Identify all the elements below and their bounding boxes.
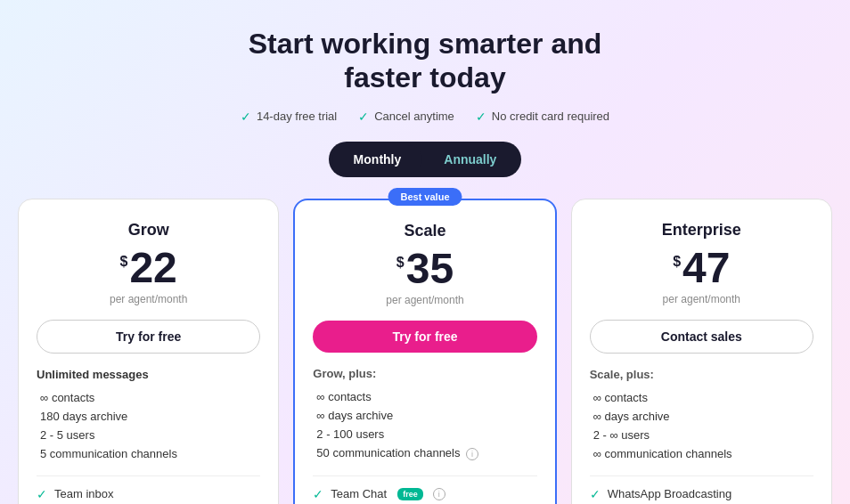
grow-price-amount: 22 — [129, 247, 176, 289]
scale-try-button[interactable]: Try for free — [313, 321, 536, 353]
plans-container: Grow $ 22 per agent/month Try for free U… — [18, 199, 832, 504]
grow-feature-contacts: contacts — [37, 388, 260, 407]
enterprise-plain-features: contacts days archive 2 - ∞ users ∞ comm… — [590, 388, 813, 463]
scale-plan-name: Scale — [313, 222, 536, 240]
free-badge: free — [397, 488, 423, 500]
grow-team-inbox: ✓ Team inbox — [37, 487, 260, 501]
check-icon: ✓ — [358, 110, 369, 124]
best-value-badge: Best value — [388, 188, 462, 206]
grow-plan-name: Grow — [37, 221, 260, 240]
check-icon: ✓ — [590, 487, 601, 501]
info-icon[interactable]: i — [433, 488, 445, 500]
enterprise-feature-users: 2 - ∞ users — [590, 426, 813, 444]
enterprise-feature-channels: ∞ communication channels — [590, 444, 813, 463]
scale-team-chat: ✓ Team Chat free i — [313, 487, 536, 501]
check-icon: ✓ — [476, 110, 486, 124]
billing-toggle[interactable]: Monthly Annually — [329, 142, 522, 177]
check-icon: ✓ — [37, 487, 47, 501]
scale-feature-users: 2 - 100 users — [313, 425, 536, 443]
enterprise-whatsapp-broadcast: ✓ WhatsApp Broadcasting — [590, 487, 813, 501]
perk-free-trial: ✓ 14-day free trial — [241, 110, 337, 124]
perk-no-card: ✓ No credit card required — [476, 110, 609, 124]
scale-feature-channels: 50 communication channels i — [313, 443, 536, 463]
scale-plain-features: contacts days archive 2 - 100 users 50 c… — [313, 387, 536, 463]
scale-section-label: Grow, plus: — [313, 367, 536, 380]
page-title: Start working smarter and faster today — [249, 27, 602, 95]
monthly-toggle-button[interactable]: Monthly — [332, 145, 423, 174]
scale-feature-contacts: contacts — [313, 387, 536, 406]
grow-try-button[interactable]: Try for free — [37, 320, 260, 354]
enterprise-plan-name: Enterprise — [590, 221, 813, 240]
grow-feature-users: 2 - 5 users — [37, 426, 260, 444]
enterprise-plan-card: Enterprise $ 47 per agent/month Contact … — [571, 199, 832, 504]
check-icon: ✓ — [241, 110, 251, 124]
enterprise-price-amount: 47 — [682, 247, 730, 289]
annually-toggle-button[interactable]: Annually — [422, 145, 518, 174]
grow-plain-features: contacts 180 days archive 2 - 5 users 5 … — [37, 388, 260, 463]
scale-price-amount: 35 — [406, 248, 454, 290]
scale-price-dollar: $ — [396, 255, 405, 271]
grow-unlimited-messages: Unlimited messages — [37, 368, 260, 381]
perk-cancel: ✓ Cancel anytime — [358, 110, 454, 124]
enterprise-section-label: Scale, plus: — [590, 368, 813, 381]
grow-price-dollar: $ — [120, 254, 128, 270]
perks-row: ✓ 14-day free trial ✓ Cancel anytime ✓ N… — [241, 110, 609, 124]
enterprise-feature-contacts: contacts — [590, 388, 813, 407]
grow-price-per: per agent/month — [37, 293, 260, 305]
grow-plan-price: $ 22 — [37, 247, 260, 289]
grow-feature-archive: 180 days archive — [37, 407, 260, 426]
enterprise-feature-archive: days archive — [590, 407, 813, 426]
grow-feature-channels: 5 communication channels — [37, 444, 260, 463]
info-icon[interactable]: i — [466, 448, 478, 460]
enterprise-contact-button[interactable]: Contact sales — [590, 320, 813, 354]
check-icon: ✓ — [313, 487, 323, 501]
scale-plan-card: Best value Scale $ 35 per agent/month Tr… — [293, 199, 556, 504]
scale-plan-price: $ 35 — [313, 248, 536, 290]
scale-price-per: per agent/month — [313, 294, 536, 306]
grow-plan-card: Grow $ 22 per agent/month Try for free U… — [18, 199, 279, 504]
enterprise-price-dollar: $ — [673, 254, 681, 270]
enterprise-price-per: per agent/month — [590, 293, 813, 305]
enterprise-plan-price: $ 47 — [590, 247, 813, 289]
scale-feature-archive: days archive — [313, 406, 536, 425]
